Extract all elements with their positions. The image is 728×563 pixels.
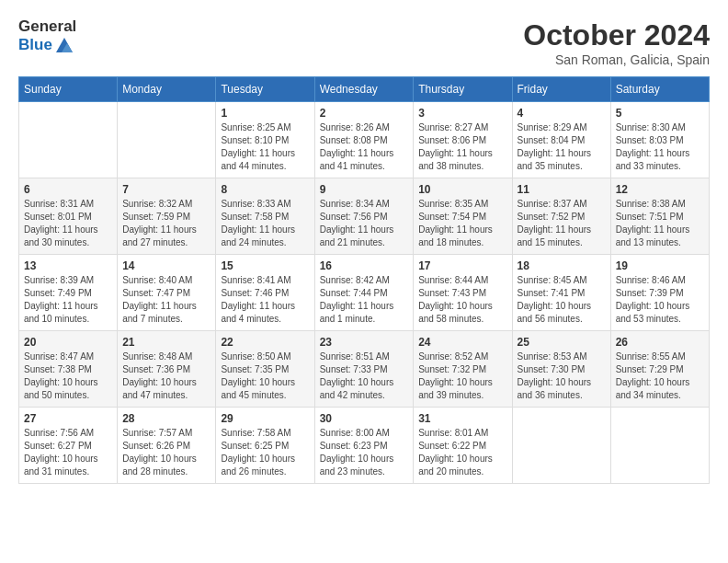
calendar-cell: 22Sunrise: 8:50 AM Sunset: 7:35 PM Dayli…	[216, 331, 314, 408]
calendar-cell: 1Sunrise: 8:25 AM Sunset: 8:10 PM Daylig…	[216, 102, 314, 178]
title-area: October 2024 San Roman, Galicia, Spain	[523, 18, 710, 67]
calendar-cell: 13Sunrise: 8:39 AM Sunset: 7:49 PM Dayli…	[19, 255, 118, 331]
day-detail: Sunrise: 8:46 AM Sunset: 7:39 PM Dayligh…	[616, 274, 704, 326]
calendar-cell	[19, 102, 118, 178]
day-detail: Sunrise: 8:38 AM Sunset: 7:51 PM Dayligh…	[616, 198, 704, 249]
day-detail: Sunrise: 8:01 AM Sunset: 6:22 PM Dayligh…	[418, 427, 506, 478]
day-detail: Sunrise: 8:00 AM Sunset: 6:23 PM Dayligh…	[320, 427, 409, 478]
calendar-cell: 7Sunrise: 8:32 AM Sunset: 7:59 PM Daylig…	[118, 178, 216, 255]
day-detail: Sunrise: 8:39 AM Sunset: 7:49 PM Dayligh…	[24, 274, 112, 326]
logo-general: General	[18, 18, 76, 36]
calendar-cell: 15Sunrise: 8:41 AM Sunset: 7:46 PM Dayli…	[216, 255, 314, 331]
day-number: 14	[122, 259, 210, 272]
calendar-cell: 28Sunrise: 7:57 AM Sunset: 6:26 PM Dayli…	[118, 408, 216, 484]
day-of-week-header: Tuesday	[216, 77, 314, 102]
day-detail: Sunrise: 8:41 AM Sunset: 7:46 PM Dayligh…	[221, 274, 309, 326]
day-detail: Sunrise: 8:50 AM Sunset: 7:35 PM Dayligh…	[221, 350, 309, 402]
day-number: 27	[24, 412, 112, 425]
day-number: 9	[320, 183, 409, 196]
calendar-cell: 23Sunrise: 8:51 AM Sunset: 7:33 PM Dayli…	[314, 331, 414, 408]
day-detail: Sunrise: 8:51 AM Sunset: 7:33 PM Dayligh…	[320, 350, 409, 402]
calendar-cell	[610, 408, 709, 484]
calendar-cell: 3Sunrise: 8:27 AM Sunset: 8:06 PM Daylig…	[414, 102, 512, 178]
calendar-cell: 17Sunrise: 8:44 AM Sunset: 7:43 PM Dayli…	[414, 255, 512, 331]
calendar-cell: 27Sunrise: 7:56 AM Sunset: 6:27 PM Dayli…	[19, 408, 118, 484]
logo: General Blue	[18, 18, 76, 56]
calendar-cell: 8Sunrise: 8:33 AM Sunset: 7:58 PM Daylig…	[216, 178, 314, 255]
day-number: 16	[320, 259, 409, 272]
day-number: 13	[24, 259, 112, 272]
day-number: 24	[418, 336, 506, 349]
day-number: 8	[221, 183, 309, 196]
calendar-cell: 11Sunrise: 8:37 AM Sunset: 7:52 PM Dayli…	[512, 178, 610, 255]
day-number: 25	[518, 336, 606, 349]
day-detail: Sunrise: 8:53 AM Sunset: 7:30 PM Dayligh…	[518, 350, 606, 402]
day-detail: Sunrise: 8:48 AM Sunset: 7:36 PM Dayligh…	[122, 350, 210, 402]
day-detail: Sunrise: 8:37 AM Sunset: 7:52 PM Dayligh…	[518, 198, 606, 249]
location-title: San Roman, Galicia, Spain	[523, 52, 710, 67]
day-number: 3	[418, 107, 506, 120]
header: General Blue October 2024 San Roman, Gal…	[18, 18, 710, 67]
calendar-cell: 6Sunrise: 8:31 AM Sunset: 8:01 PM Daylig…	[19, 178, 118, 255]
day-detail: Sunrise: 8:47 AM Sunset: 7:38 PM Dayligh…	[24, 350, 112, 402]
day-number: 7	[122, 183, 210, 196]
calendar-cell: 30Sunrise: 8:00 AM Sunset: 6:23 PM Dayli…	[314, 408, 414, 484]
calendar-cell	[512, 408, 610, 484]
day-number: 15	[221, 259, 309, 272]
day-number: 23	[320, 336, 409, 349]
calendar-cell: 5Sunrise: 8:30 AM Sunset: 8:03 PM Daylig…	[610, 102, 709, 178]
day-detail: Sunrise: 8:55 AM Sunset: 7:29 PM Dayligh…	[616, 350, 704, 402]
day-detail: Sunrise: 8:27 AM Sunset: 8:06 PM Dayligh…	[418, 121, 506, 173]
logo-icon	[54, 36, 74, 56]
day-number: 20	[24, 336, 112, 349]
day-detail: Sunrise: 8:30 AM Sunset: 8:03 PM Dayligh…	[616, 121, 704, 173]
day-detail: Sunrise: 8:44 AM Sunset: 7:43 PM Dayligh…	[418, 274, 506, 326]
day-detail: Sunrise: 8:52 AM Sunset: 7:32 PM Dayligh…	[418, 350, 506, 402]
day-detail: Sunrise: 7:56 AM Sunset: 6:27 PM Dayligh…	[24, 427, 112, 478]
day-detail: Sunrise: 8:25 AM Sunset: 8:10 PM Dayligh…	[221, 121, 309, 173]
calendar-cell: 19Sunrise: 8:46 AM Sunset: 7:39 PM Dayli…	[610, 255, 709, 331]
day-detail: Sunrise: 8:29 AM Sunset: 8:04 PM Dayligh…	[518, 121, 606, 173]
day-number: 31	[418, 412, 506, 425]
day-number: 19	[616, 259, 704, 272]
calendar-cell: 16Sunrise: 8:42 AM Sunset: 7:44 PM Dayli…	[314, 255, 414, 331]
day-of-week-header: Friday	[512, 77, 610, 102]
calendar: SundayMondayTuesdayWednesdayThursdayFrid…	[18, 76, 710, 484]
day-detail: Sunrise: 8:45 AM Sunset: 7:41 PM Dayligh…	[518, 274, 606, 326]
day-number: 30	[320, 412, 409, 425]
day-detail: Sunrise: 7:57 AM Sunset: 6:26 PM Dayligh…	[122, 427, 210, 478]
day-detail: Sunrise: 7:58 AM Sunset: 6:25 PM Dayligh…	[221, 427, 309, 478]
day-number: 18	[518, 259, 606, 272]
calendar-cell: 31Sunrise: 8:01 AM Sunset: 6:22 PM Dayli…	[414, 408, 512, 484]
day-detail: Sunrise: 8:26 AM Sunset: 8:08 PM Dayligh…	[320, 121, 409, 173]
calendar-cell: 25Sunrise: 8:53 AM Sunset: 7:30 PM Dayli…	[512, 331, 610, 408]
day-number: 4	[518, 107, 606, 120]
calendar-cell: 4Sunrise: 8:29 AM Sunset: 8:04 PM Daylig…	[512, 102, 610, 178]
day-detail: Sunrise: 8:34 AM Sunset: 7:56 PM Dayligh…	[320, 198, 409, 249]
day-number: 5	[616, 107, 704, 120]
day-number: 1	[221, 107, 309, 120]
day-of-week-header: Sunday	[19, 77, 118, 102]
calendar-cell: 20Sunrise: 8:47 AM Sunset: 7:38 PM Dayli…	[19, 331, 118, 408]
calendar-cell: 9Sunrise: 8:34 AM Sunset: 7:56 PM Daylig…	[314, 178, 414, 255]
calendar-cell	[118, 102, 216, 178]
calendar-cell: 2Sunrise: 8:26 AM Sunset: 8:08 PM Daylig…	[314, 102, 414, 178]
month-title: October 2024	[523, 18, 710, 52]
day-of-week-header: Monday	[118, 77, 216, 102]
calendar-cell: 12Sunrise: 8:38 AM Sunset: 7:51 PM Dayli…	[610, 178, 709, 255]
logo-blue: Blue	[18, 37, 52, 54]
day-number: 26	[616, 336, 704, 349]
day-detail: Sunrise: 8:35 AM Sunset: 7:54 PM Dayligh…	[418, 198, 506, 249]
calendar-cell: 21Sunrise: 8:48 AM Sunset: 7:36 PM Dayli…	[118, 331, 216, 408]
calendar-cell: 29Sunrise: 7:58 AM Sunset: 6:25 PM Dayli…	[216, 408, 314, 484]
day-number: 11	[518, 183, 606, 196]
day-of-week-header: Thursday	[414, 77, 512, 102]
day-number: 21	[122, 336, 210, 349]
day-number: 28	[122, 412, 210, 425]
day-detail: Sunrise: 8:42 AM Sunset: 7:44 PM Dayligh…	[320, 274, 409, 326]
day-of-week-header: Saturday	[610, 77, 709, 102]
day-number: 6	[24, 183, 112, 196]
calendar-cell: 18Sunrise: 8:45 AM Sunset: 7:41 PM Dayli…	[512, 255, 610, 331]
calendar-cell: 10Sunrise: 8:35 AM Sunset: 7:54 PM Dayli…	[414, 178, 512, 255]
day-detail: Sunrise: 8:33 AM Sunset: 7:58 PM Dayligh…	[221, 198, 309, 249]
